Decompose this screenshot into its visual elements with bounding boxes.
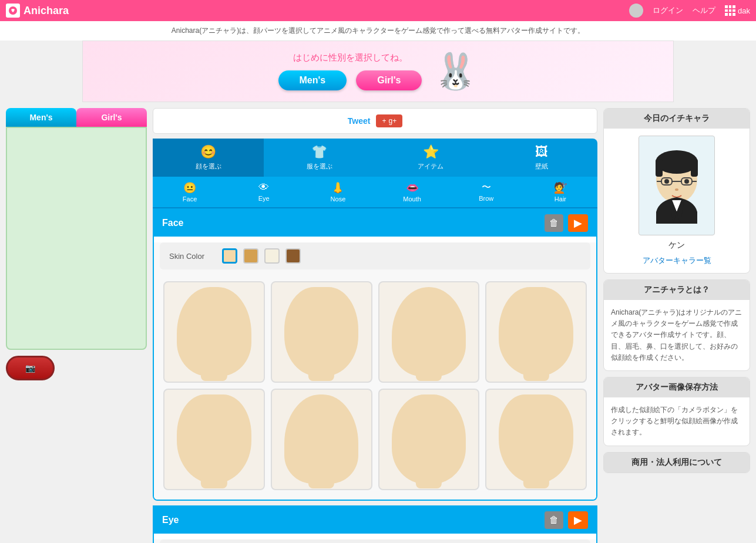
eye-section-title: Eye (162, 515, 179, 525)
about-text: Anichara(アニチャラ)はオリジナルのアニメ風のキャラクターをゲーム感覚で… (611, 307, 742, 363)
main-layout: Men's Girl's 📷 Tweet + g+ 😊 顔を選ぶ 👕 (0, 102, 756, 543)
camera-icon: 📷 (25, 363, 35, 373)
part-tabs: 😐 Face 👁 Eye 👃 Nose 👄 Mouth 〜 Brow 💇 (153, 177, 597, 208)
today-character: ケン アバターキャラー覧 (611, 136, 742, 266)
part-tab-nose[interactable]: 👃 Nose (301, 177, 375, 207)
username-label: dak (738, 6, 750, 15)
face-trash-button[interactable]: 🗑 (545, 214, 563, 232)
face-section-title: Face (162, 218, 183, 228)
save-card: アバター画像保存方法 作成した似顔絵下の「カメラボタン」をクリックすると鮮明な似… (603, 377, 750, 446)
part-tab-brow[interactable]: 〜 Brow (449, 177, 523, 207)
part-tab-face-label: Face (183, 195, 197, 203)
skin-color-swatch-3[interactable] (264, 248, 280, 264)
skin-color-swatch-2[interactable] (243, 248, 258, 264)
left-panel: Men's Girl's 📷 (6, 108, 147, 543)
today-character-card: 今日のイチキャラ (603, 108, 750, 274)
help-link[interactable]: ヘルプ (693, 5, 715, 16)
eye-part-icon: 👁 (258, 181, 269, 194)
part-tab-eye[interactable]: 👁 Eye (227, 177, 301, 207)
logo-icon (6, 4, 20, 18)
center-panel: Tweet + g+ 😊 顔を選ぶ 👕 服を選ぶ ⭐ アイテム 🖼 壁紙 (153, 108, 597, 543)
today-character-header: 今日のイチキャラ (604, 109, 750, 129)
face-select-icon: 😊 (200, 144, 216, 160)
svg-point-36 (675, 188, 678, 191)
rabbit-mascot: 🐰 (434, 50, 478, 92)
login-link[interactable]: ログイン (653, 5, 683, 16)
face-item-2[interactable] (271, 281, 372, 383)
face-item-6[interactable] (271, 389, 372, 490)
face-item-1[interactable] (163, 281, 265, 383)
part-tab-mouth-label: Mouth (403, 195, 421, 203)
eye-section-body: Eye Color (154, 539, 596, 544)
face-item-8[interactable] (485, 389, 587, 490)
tab-girls[interactable]: Girl's (76, 108, 147, 127)
gender-buttons: Men's Girl's (278, 70, 422, 90)
mouth-part-icon: 👄 (406, 181, 419, 194)
part-tab-nose-label: Nose (331, 195, 346, 203)
eye-trash-button[interactable]: 🗑 (545, 511, 563, 529)
part-tab-face[interactable]: 😐 Face (153, 177, 227, 207)
part-tab-hair[interactable]: 💇 Hair (523, 177, 597, 207)
about-card: アニチャラとは？ Anichara(アニチャラ)はオリジナルのアニメ風のキャラク… (603, 279, 750, 371)
tweet-link[interactable]: Tweet (348, 116, 371, 126)
face-shape-2 (284, 287, 359, 376)
mens-button[interactable]: Men's (278, 70, 347, 90)
cat-tab-items[interactable]: ⭐ アイテム (375, 139, 486, 177)
commercial-card: 商用・法人利用について (603, 452, 750, 473)
cat-tab-face[interactable]: 😊 顔を選ぶ (153, 139, 264, 177)
logo: Anichara (6, 4, 69, 18)
cat-tab-wallpaper[interactable]: 🖼 壁紙 (486, 139, 597, 177)
eye-section-header: Eye 🗑 ▶ (154, 507, 596, 534)
face-part-icon: 😐 (183, 181, 196, 194)
face-section: Face 🗑 ▶ Skin Color (153, 208, 597, 501)
eye-section-actions: 🗑 ▶ (545, 511, 588, 529)
grid-icon (725, 5, 735, 16)
tweet-bar: Tweet + g+ (153, 108, 597, 134)
save-header: アバター画像保存方法 (604, 377, 750, 397)
skin-color-label: Skin Color (169, 252, 216, 261)
today-character-body: ケン アバターキャラー覧 (604, 129, 750, 273)
face-section-actions: 🗑 ▶ (545, 214, 588, 232)
face-item-3[interactable] (378, 281, 480, 383)
gallery-link[interactable]: アバターキャラー覧 (643, 256, 711, 265)
eye-next-button[interactable]: ▶ (568, 511, 588, 529)
svg-point-35 (684, 179, 689, 184)
face-shape-6 (284, 394, 359, 484)
save-text: 作成した似顔絵下の「カメラボタン」をクリックすると鮮明な似顔絵画像が作成されます… (611, 404, 742, 439)
save-body: 作成した似顔絵下の「カメラボタン」をクリックすると鮮明な似顔絵画像が作成されます… (604, 397, 750, 446)
face-item-7[interactable] (378, 389, 480, 490)
skin-color-swatch-1[interactable] (222, 248, 237, 264)
face-section-body: Skin Color (154, 242, 596, 500)
skin-color-swatch-4[interactable] (285, 248, 301, 264)
face-shape-5 (177, 394, 251, 484)
face-shape-1 (177, 287, 251, 376)
face-item-5[interactable] (163, 389, 265, 490)
right-panel: 今日のイチキャラ (603, 108, 750, 543)
girls-button[interactable]: Girl's (356, 70, 422, 90)
face-shape-4 (499, 287, 573, 376)
face-next-button[interactable]: ▶ (568, 214, 588, 232)
banner-title: はじめに性別を選択してね。 (278, 52, 422, 63)
eye-section: Eye 🗑 ▶ Eye Color (153, 505, 597, 544)
camera-button[interactable]: 📷 (6, 356, 55, 380)
face-item-4[interactable] (485, 281, 587, 383)
wallpaper-select-icon: 🖼 (535, 144, 548, 160)
clothes-select-icon: 👕 (311, 144, 327, 160)
commercial-header: 商用・法人利用について (604, 453, 750, 473)
part-tab-eye-label: Eye (258, 195, 270, 202)
cat-tab-clothes[interactable]: 👕 服を選ぶ (264, 139, 375, 177)
part-tab-hair-label: Hair (555, 195, 566, 203)
gplus-button[interactable]: + g+ (376, 114, 402, 127)
category-tabs: 😊 顔を選ぶ 👕 服を選ぶ ⭐ アイテム 🖼 壁紙 (153, 139, 597, 177)
banner-content: はじめに性別を選択してね。 Men's Girl's (278, 52, 422, 90)
logo-text: Anichara (23, 5, 69, 17)
about-header: アニチャラとは？ (604, 280, 750, 300)
user-menu[interactable]: dak (725, 5, 750, 16)
tab-mens[interactable]: Men's (6, 108, 76, 127)
about-body: Anichara(アニチャラ)はオリジナルのアニメ風のキャラクターをゲーム感覚で… (604, 300, 750, 370)
cat-tab-items-label: アイテム (418, 162, 443, 171)
avatar-preview (6, 127, 147, 350)
part-tab-mouth[interactable]: 👄 Mouth (375, 177, 449, 207)
face-shape-3 (392, 287, 466, 376)
cat-tab-clothes-label: 服を選ぶ (307, 162, 332, 171)
